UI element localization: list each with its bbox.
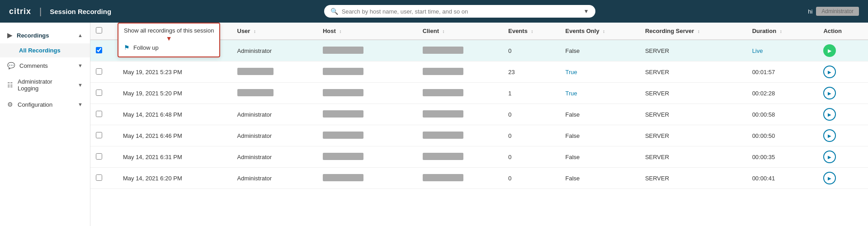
row-action[interactable]: ▶	[818, 61, 868, 83]
row-check[interactable]	[90, 40, 118, 61]
row-checkbox[interactable]	[96, 68, 102, 75]
sidebar-configuration-label: Configuration	[18, 101, 73, 108]
user-value: Administrator	[237, 132, 272, 139]
sidebar: ▶ Recordings ▲ All Recordings 💬 Comments…	[0, 23, 90, 226]
row-duration: 00:01:57	[747, 61, 818, 83]
row-action[interactable]: ▶	[818, 168, 868, 189]
row-check[interactable]	[90, 61, 118, 83]
row-action[interactable]: ▶	[818, 104, 868, 125]
row-client	[417, 104, 503, 125]
row-events: 0	[503, 146, 560, 168]
row-recording-server: SERVER	[640, 40, 747, 61]
duration-value: 00:00:50	[752, 132, 775, 139]
duration-value: 00:01:57	[752, 69, 775, 75]
sort-icon-server: ↕	[698, 29, 700, 34]
col-header-host[interactable]: Host ↕	[317, 23, 417, 40]
row-action[interactable]: ▶	[818, 40, 868, 61]
row-duration: 00:02:28	[747, 83, 818, 104]
chevron-down-icon-3: ▼	[78, 102, 83, 107]
row-events-only: False	[560, 146, 640, 168]
play-button[interactable]: ▶	[823, 151, 836, 163]
user-redacted	[237, 89, 274, 96]
row-client	[417, 61, 503, 83]
row-host	[317, 125, 417, 146]
col-header-client[interactable]: Client ↕	[417, 23, 503, 40]
row-check[interactable]	[90, 125, 118, 146]
row-checkbox[interactable]	[96, 111, 102, 117]
col-header-duration[interactable]: Duration ↕	[747, 23, 818, 40]
row-duration: 00:00:50	[747, 125, 818, 146]
sidebar-item-all-recordings[interactable]: All Recordings	[0, 43, 90, 57]
sort-icon-user: ↕	[254, 29, 256, 34]
search-input[interactable]	[342, 8, 580, 15]
hi-label: hi	[808, 8, 812, 15]
row-recording-server: SERVER	[640, 146, 747, 168]
sidebar-item-recordings[interactable]: ▶ Recordings ▲	[0, 27, 90, 43]
chevron-down-icon[interactable]: ▼	[584, 8, 589, 14]
sort-icon-events-only: ↕	[603, 29, 605, 34]
row-user: Administrator	[232, 40, 317, 61]
col-header-recording-server[interactable]: Recording Server ↕	[640, 23, 747, 40]
select-all-checkbox[interactable]	[96, 27, 102, 33]
row-user	[232, 61, 317, 83]
tooltip-popup: Show all recordings of this session ▼ ⚑ …	[118, 23, 220, 57]
row-action[interactable]: ▶	[818, 146, 868, 168]
tooltip-follow-up-item[interactable]: ⚑ Follow up	[124, 42, 214, 53]
sidebar-recordings-label: Recordings	[17, 32, 73, 39]
table-row: May 14, 2021 6:48 PM Administrator 0 Fal…	[90, 104, 868, 125]
search-bar: 🔍 ▼	[324, 5, 595, 18]
host-redacted	[323, 68, 363, 75]
tooltip-arrow: ▼	[124, 35, 214, 42]
row-checkbox[interactable]	[96, 174, 102, 181]
row-user: Administrator	[232, 168, 317, 189]
sort-icon-duration: ↕	[780, 29, 782, 34]
header-divider: |	[39, 6, 42, 17]
row-checkbox[interactable]	[96, 132, 102, 138]
flag-icon: ⚑	[124, 44, 130, 51]
row-action[interactable]: ▶	[818, 83, 868, 104]
header-right: hi Administrator	[808, 7, 859, 16]
search-container: 🔍 ▼	[129, 5, 790, 18]
play-button[interactable]: ▶	[823, 108, 836, 121]
user-value: Administrator	[237, 175, 272, 182]
client-redacted	[423, 68, 463, 75]
row-check[interactable]	[90, 146, 118, 168]
row-events: 1	[503, 83, 560, 104]
row-checkbox[interactable]	[96, 47, 102, 53]
row-action[interactable]: ▶	[818, 125, 868, 146]
client-redacted	[423, 153, 463, 160]
chevron-up-icon: ▲	[78, 33, 83, 38]
follow-up-label: Follow up	[133, 44, 159, 51]
host-redacted	[323, 89, 363, 96]
sidebar-item-configuration[interactable]: ⚙ Configuration ▼	[0, 96, 90, 113]
sidebar-item-comments[interactable]: 💬 Comments ▼	[0, 57, 90, 74]
row-host	[317, 61, 417, 83]
col-header-user[interactable]: User ↕	[232, 23, 317, 40]
comment-icon: 💬	[7, 62, 15, 69]
row-recording-server: SERVER	[640, 125, 747, 146]
row-check[interactable]	[90, 168, 118, 189]
row-recording-server: SERVER	[640, 104, 747, 125]
duration-value: 00:00:35	[752, 154, 775, 160]
duration-value: 00:00:58	[752, 111, 775, 118]
user-name-badge: Administrator	[816, 7, 859, 16]
play-button[interactable]: ▶	[823, 66, 836, 78]
col-header-events[interactable]: Events ↕	[503, 23, 560, 40]
sidebar-comments-label: Comments	[19, 62, 73, 69]
row-checkbox[interactable]	[96, 153, 102, 160]
play-button[interactable]: ▶	[823, 129, 836, 142]
row-checkbox[interactable]	[96, 89, 102, 96]
row-check[interactable]	[90, 104, 118, 125]
play-button[interactable]: ▶	[823, 172, 836, 184]
row-start-time: May 14, 2021 6:20 PM	[118, 168, 232, 189]
play-button[interactable]: ▶	[823, 87, 836, 99]
table-row: May 14, 2021 6:46 PM Administrator 0 Fal…	[90, 125, 868, 146]
host-redacted	[323, 47, 363, 54]
sidebar-item-admin-logging[interactable]: ☷ Administrator Logging ▼	[0, 74, 90, 96]
play-button-live[interactable]: ▶	[823, 44, 836, 57]
row-check[interactable]	[90, 83, 118, 104]
tooltip-text: Show all recordings of this session	[124, 27, 214, 34]
row-events-only: False	[560, 104, 640, 125]
user-value: Administrator	[237, 47, 272, 54]
col-header-events-only[interactable]: Events Only ↕	[560, 23, 640, 40]
